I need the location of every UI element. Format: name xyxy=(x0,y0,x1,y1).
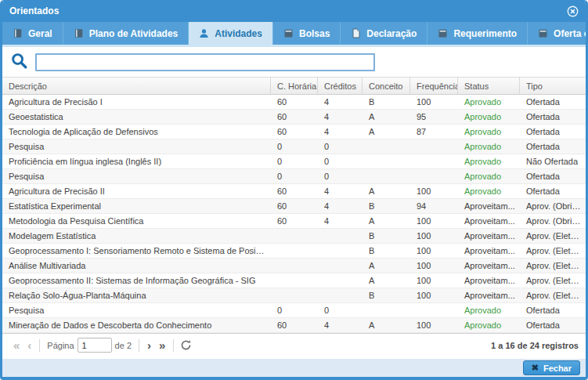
cell-descricao: Análise Multivariada xyxy=(2,261,271,270)
table-row[interactable]: Geoprocessamento II: Sistemas de Informa… xyxy=(2,273,586,288)
refresh-icon[interactable] xyxy=(178,339,194,351)
table-row[interactable]: Análise MultivariadaA100Aproveitam...Apr… xyxy=(2,259,586,273)
page-number-input[interactable] xyxy=(78,338,112,353)
cell-descricao: Tecnologia de Aplicação de Defensivos xyxy=(2,127,271,136)
table-row[interactable]: Tecnologia de Aplicação de Defensivos604… xyxy=(2,125,586,139)
table-row[interactable]: Proficiência em língua inglesa (Inglês I… xyxy=(2,154,586,169)
cell-conceito: B xyxy=(363,231,410,241)
column-header-conceito[interactable]: Conceito xyxy=(363,78,410,94)
table-row[interactable]: Pesquisa00AprovadoOfertada xyxy=(2,139,586,154)
column-header-status[interactable]: Status xyxy=(458,78,520,94)
window-close-icon[interactable] xyxy=(566,5,579,17)
cell-tipo: Ofertada xyxy=(520,142,586,151)
tab-label: Plano de Atividades xyxy=(89,28,179,39)
cell-tipo: Ofertada xyxy=(520,97,586,107)
cell-status: Aprovado xyxy=(458,320,520,330)
tab-geral[interactable]: Geral xyxy=(2,22,63,45)
cell-frequencia: 87 xyxy=(410,127,458,136)
cell-conceito: B xyxy=(363,291,410,300)
pagination-bar: «‹ Página de 2 ›» 1 a 16 de 24 registros xyxy=(2,333,586,356)
cell-descricao: Estatística Experimental xyxy=(2,201,271,211)
tab-declaracao[interactable]: Declaração xyxy=(341,22,427,45)
prev-page-button: ‹ xyxy=(23,339,35,351)
column-header-frequencia[interactable]: Frequência. xyxy=(410,78,458,94)
cell-creditos: 0 xyxy=(318,157,363,166)
cell-c-horaria: 60 xyxy=(271,127,318,136)
fechar-button-label: Fechar xyxy=(543,364,572,373)
table-row[interactable]: Relação Solo-Água-Planta-MáquinaB100Apro… xyxy=(2,288,586,303)
cell-status: Aproveitam... xyxy=(458,231,520,241)
cell-c-horaria: 60 xyxy=(271,320,318,330)
cell-descricao: Geoestatistica xyxy=(2,112,271,121)
cell-creditos: 4 xyxy=(318,216,363,226)
table-row[interactable]: Metodologia da Pesquisa Científica604A10… xyxy=(2,214,586,229)
x-icon: ✖ xyxy=(532,363,539,373)
cell-c-horaria: 60 xyxy=(271,201,318,211)
tab-label: Declaração xyxy=(366,28,417,39)
cell-tipo: Aprov. (Eletiva) xyxy=(520,231,586,241)
cell-descricao: Geoprocessamento I: Sensoriamento Remoto… xyxy=(2,246,271,255)
table-row[interactable]: Geoestatistica604A95AprovadoOfertada xyxy=(2,110,586,125)
last-page-button[interactable]: » xyxy=(155,339,169,351)
cell-tipo: Ofertada xyxy=(520,320,586,330)
cell-status: Aprovado xyxy=(458,306,520,315)
table-row[interactable]: Agricultura de Precisão I604B100Aprovado… xyxy=(2,95,586,110)
book-icon xyxy=(13,28,23,38)
cell-tipo: Aprov. (Eletiva) xyxy=(520,276,586,285)
tab-oferta-outro-ppg[interactable]: Oferta outro PPG xyxy=(528,22,588,45)
column-header-creditos[interactable]: Créditos xyxy=(318,78,363,94)
cell-status: Aproveitam... xyxy=(458,291,520,300)
cell-conceito: A xyxy=(363,216,410,226)
table-row[interactable]: Geoprocessamento I: Sensoriamento Remoto… xyxy=(2,244,586,259)
cell-descricao: Pesquisa xyxy=(2,172,271,181)
cell-status: Aproveitam... xyxy=(458,246,520,255)
search-input[interactable] xyxy=(35,53,375,71)
cell-c-horaria: 60 xyxy=(271,186,318,196)
cell-frequencia: 100 xyxy=(410,261,458,270)
cell-descricao: Metodologia da Pesquisa Científica xyxy=(2,216,271,226)
cell-conceito: B xyxy=(363,201,410,211)
table-row[interactable]: Modelagem EstatísticaB100Aproveitam...Ap… xyxy=(2,229,586,244)
cell-frequencia: 100 xyxy=(410,231,458,241)
column-header-c-horaria[interactable]: C. Horária.. xyxy=(271,78,318,94)
cell-frequencia: 95 xyxy=(410,112,458,121)
tab-plano-de-atividades[interactable]: Plano de Atividades xyxy=(63,22,189,45)
column-header-tipo[interactable]: Tipo xyxy=(520,78,586,94)
table-row[interactable]: Agricultura de Precisão II604A100Aprovad… xyxy=(2,184,586,199)
tab-requerimento[interactable]: Requerimento xyxy=(427,22,528,45)
cell-tipo: Ofertada xyxy=(520,172,586,181)
cell-c-horaria: 0 xyxy=(271,142,318,151)
cell-descricao: Mineração de Dados e Descoberta do Conhe… xyxy=(2,320,271,330)
cell-frequencia: 100 xyxy=(410,320,458,330)
tab-label: Atividades xyxy=(215,28,262,39)
search-toolbar xyxy=(2,47,586,77)
cell-c-horaria: 0 xyxy=(271,306,318,315)
table-header-row: DescriçãoC. Horária..CréditosConceitoFre… xyxy=(2,77,586,95)
fechar-button[interactable]: ✖ Fechar xyxy=(523,360,580,375)
table-row[interactable]: Mineração de Dados e Descoberta do Conhe… xyxy=(2,318,586,333)
cell-c-horaria: 60 xyxy=(271,216,318,226)
cell-status: Aproveitam... xyxy=(458,201,520,211)
table-row[interactable]: Estatística Experimental604B94Aproveitam… xyxy=(2,199,586,214)
cell-descricao: Relação Solo-Água-Planta-Máquina xyxy=(2,291,271,300)
cell-descricao: Geoprocessamento II: Sistemas de Informa… xyxy=(2,276,271,285)
cell-tipo: Ofertada xyxy=(520,306,586,315)
tab-bolsas[interactable]: Bolsas xyxy=(273,22,341,45)
next-page-button[interactable]: › xyxy=(143,339,155,351)
cell-c-horaria: 0 xyxy=(271,157,318,166)
cell-tipo: Aprov. (Eletiva) xyxy=(520,261,586,270)
cell-tipo: Aprov. (Obriga... xyxy=(520,216,586,226)
table-row[interactable]: Pesquisa00AprovadoOfertada xyxy=(2,303,586,318)
cell-descricao: Proficiência em língua inglesa (Inglês I… xyxy=(2,157,271,166)
page-label: Página xyxy=(47,341,74,350)
tab-atividades[interactable]: Atividades xyxy=(189,22,273,45)
cell-tipo: Aprov. (Obriga... xyxy=(520,201,586,211)
cell-creditos: 4 xyxy=(318,97,363,107)
cell-status: Aprovado xyxy=(458,97,520,107)
window-titlebar: Orientados xyxy=(2,0,586,22)
separator xyxy=(139,339,139,352)
table-row[interactable]: Pesquisa00AprovadoOfertada xyxy=(2,169,586,184)
column-header-descricao[interactable]: Descrição xyxy=(2,78,271,94)
cell-tipo: Ofertada xyxy=(520,127,586,136)
book-icon xyxy=(74,28,84,38)
